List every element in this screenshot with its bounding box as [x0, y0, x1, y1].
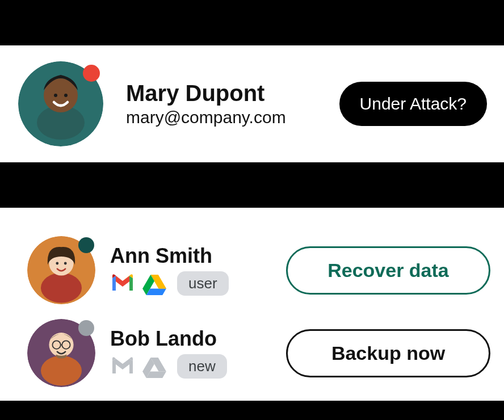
svg-point-11	[41, 356, 82, 386]
service-icons: user	[110, 271, 271, 296]
service-icons: new	[110, 354, 271, 379]
drive-icon	[142, 274, 167, 294]
user-list-card: Ann Smith	[0, 208, 504, 401]
backup-now-button[interactable]: Backup now	[286, 329, 490, 377]
user-info: Ann Smith	[110, 245, 271, 296]
role-badge: new	[177, 354, 227, 379]
user-header-card: Mary Dupont mary@company.com Under Attac…	[0, 45, 504, 162]
drive-icon	[142, 356, 167, 377]
user-name: Bob Lando	[110, 327, 271, 350]
user-info: Mary Dupont mary@company.com	[126, 81, 317, 127]
user-row: Bob Lando	[27, 319, 490, 387]
gmail-icon	[110, 356, 135, 377]
user-row: Ann Smith	[27, 236, 490, 304]
recover-data-button[interactable]: Recover data	[286, 246, 490, 295]
status-indicator	[78, 320, 94, 336]
svg-point-6	[41, 273, 82, 303]
svg-point-3	[54, 94, 57, 97]
gmail-icon	[110, 274, 135, 294]
under-attack-button[interactable]: Under Attack?	[339, 82, 487, 126]
svg-point-9	[64, 262, 67, 265]
avatar	[27, 236, 95, 304]
user-name: Mary Dupont	[126, 81, 317, 106]
svg-point-8	[56, 262, 58, 265]
svg-point-4	[64, 94, 68, 97]
status-indicator	[83, 65, 100, 82]
avatar	[27, 319, 95, 387]
user-email: mary@company.com	[126, 108, 317, 127]
user-name: Ann Smith	[110, 245, 271, 267]
status-indicator	[78, 237, 94, 253]
user-info: Bob Lando	[110, 327, 271, 379]
avatar	[18, 61, 103, 146]
role-badge: user	[177, 271, 229, 296]
